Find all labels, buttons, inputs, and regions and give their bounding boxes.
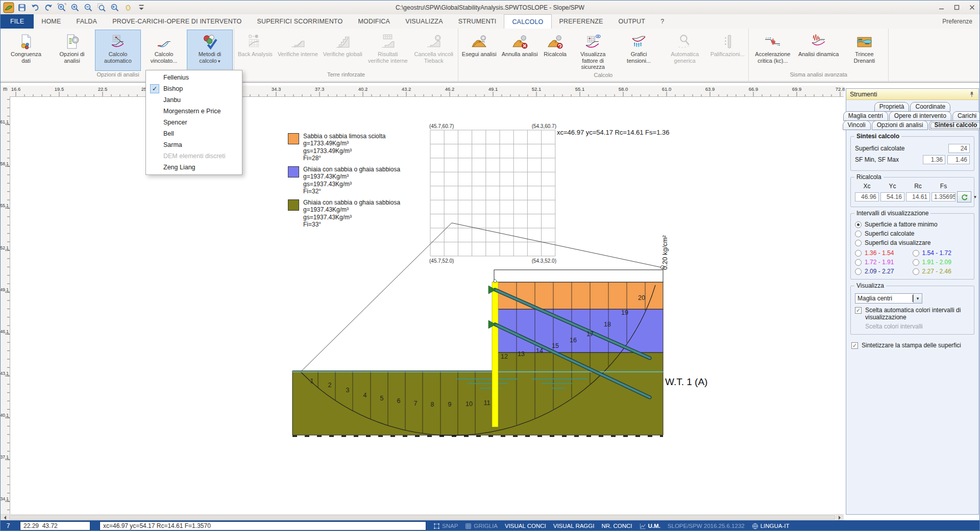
recalculate-dropdown-button[interactable]: ▾: [971, 192, 979, 202]
horizontal-scrollbar[interactable]: [1, 514, 844, 520]
visualizza-combo[interactable]: Maglia centri ▾: [855, 293, 922, 304]
radio-option-superficie-a-fattore-minimo[interactable]: Superficie a fattore minimo: [855, 221, 970, 228]
ribbon-calcolo-vincolato-button[interactable]: Calcolo vincolato...: [141, 30, 187, 71]
range-option-1-36-1-54[interactable]: 1.36 - 1.54: [855, 249, 913, 257]
save-icon[interactable]: [16, 2, 28, 14]
tab-modifica[interactable]: MODIFICA: [350, 14, 398, 29]
menu-item-janbu[interactable]: Janbu: [146, 94, 242, 106]
radio-icon[interactable]: [913, 259, 919, 266]
panel-tab-coordinate[interactable]: Coordinate: [910, 102, 950, 112]
tab-file[interactable]: FILE: [1, 14, 34, 29]
app-logo-icon[interactable]: [3, 2, 15, 14]
status-item-snap[interactable]: SNAP: [433, 523, 458, 529]
sintetizzare-checkbox[interactable]: [851, 342, 858, 349]
preferences-label[interactable]: Preferenze: [942, 14, 972, 29]
menu-item-bishop[interactable]: Bishop: [146, 83, 242, 94]
status-item-slope-spw-2016-25-6-1232[interactable]: SLOPE/SPW 2016.25.6.1232: [668, 523, 745, 529]
ribbon-calcolo-automatico-button[interactable]: Calcolo automatico: [95, 30, 141, 71]
menu-item-morgenstern-e-price[interactable]: Morgenstern e Price: [146, 106, 242, 117]
panel-tab-opzioni-di-analisi[interactable]: Opzioni di analisi: [872, 120, 928, 130]
range-option-1-54-1-72[interactable]: 1.54 - 1.72: [913, 249, 970, 257]
panel-tab-vincoli[interactable]: Vincoli: [843, 120, 871, 130]
auto-colors-checkbox[interactable]: [855, 307, 862, 314]
radio-icon[interactable]: [855, 231, 862, 237]
tab-falda[interactable]: FALDA: [69, 14, 105, 29]
superfici-calcolate-value[interactable]: 24: [948, 144, 970, 153]
menu-item-zeng-liang[interactable]: Zeng Liang: [146, 162, 242, 173]
xc-input[interactable]: 46.96: [855, 192, 879, 201]
rc-input[interactable]: 14.61: [906, 192, 930, 201]
range-option-2-09-2-27[interactable]: 2.09 - 2.27: [855, 268, 913, 275]
recalculate-button[interactable]: [957, 191, 971, 203]
radio-icon[interactable]: [855, 221, 862, 228]
ribbon-annulla-analisi-button[interactable]: Annulla analisi: [499, 30, 541, 71]
radio-icon[interactable]: [913, 268, 919, 275]
tab-prove-carichi-opere-di-intervento[interactable]: PROVE-CARICHI-OPERE DI INTERVENTO: [105, 14, 249, 29]
menu-item-bell[interactable]: Bell: [146, 128, 242, 139]
radio-icon[interactable]: [855, 240, 862, 246]
ribbon-congruenza-dati-button[interactable]: Congruenza dati: [3, 30, 49, 71]
range-option-1-91-2-09[interactable]: 1.91 - 2.09: [913, 259, 970, 266]
radio-icon[interactable]: [855, 268, 862, 275]
zoom-window-icon[interactable]: [95, 2, 108, 14]
redo-icon[interactable]: [42, 2, 55, 14]
radio-icon[interactable]: [855, 250, 862, 257]
tab-[interactable]: ?: [653, 14, 672, 29]
ribbon-metodi-di-calcolo-button[interactable]: Metodi di calcolo ▾: [187, 30, 233, 71]
ribbon-grafici-tensioni-button[interactable]: Grafici tensioni...: [616, 30, 662, 71]
chevron-down-icon[interactable]: ▾: [913, 294, 922, 303]
tab-home[interactable]: HOME: [34, 14, 68, 29]
radio-icon[interactable]: [913, 250, 919, 257]
close-button[interactable]: [964, 2, 979, 14]
ribbon-esegui-analisi-button[interactable]: Esegui analisi: [459, 30, 499, 71]
ribbon-analisi-dinamica-button[interactable]: Analisi dinamica: [796, 30, 841, 71]
ribbon-opzioni-di-analisi-button[interactable]: Opzioni di analisi: [49, 30, 95, 71]
status-item-lingua-it[interactable]: LINGUA-IT: [752, 523, 790, 529]
pan-icon[interactable]: [122, 2, 134, 14]
tab-strumenti[interactable]: STRUMENTI: [451, 14, 504, 29]
yc-input[interactable]: 54.16: [880, 192, 904, 201]
qat-more-icon[interactable]: [135, 2, 148, 14]
radio-option-superfici-da-visualizzare[interactable]: Superfici da visualizzare: [855, 239, 970, 246]
ribbon-trincee-drenanti-button[interactable]: Trincee Drenanti: [841, 30, 887, 71]
maximize-button[interactable]: [949, 2, 964, 14]
tab-output[interactable]: OUTPUT: [611, 14, 653, 29]
radio-option-superfici-calcolate[interactable]: Superfici calcolate: [855, 230, 970, 237]
pin-icon[interactable]: [969, 91, 975, 97]
menu-item-spencer[interactable]: Spencer: [146, 117, 242, 128]
sf-min-value[interactable]: 1.36: [923, 155, 945, 164]
status-item-visual-raggi[interactable]: VISUAL RAGGI: [553, 523, 595, 529]
status-item-u-m[interactable]: U.M.: [640, 523, 660, 529]
scroll-left-icon[interactable]: [1, 515, 9, 520]
tab-preferenze[interactable]: PREFERENZE: [552, 14, 611, 29]
panel-tab-propriet[interactable]: Proprietà: [874, 102, 910, 112]
status-item-griglia[interactable]: GRIGLIA: [465, 523, 498, 529]
tab-visualizza[interactable]: VISUALIZZA: [398, 14, 451, 29]
scrollbar-thumb[interactable]: [9, 515, 835, 520]
zoom-previous-icon[interactable]: [109, 2, 121, 14]
tab-superfici-scorrimento[interactable]: SUPERFICI SCORRIMENTO: [250, 14, 351, 29]
zoom-out-icon[interactable]: [82, 2, 94, 14]
radio-icon[interactable]: [855, 259, 862, 266]
status-item-nr-conci[interactable]: NR. CONCI: [601, 523, 632, 529]
menu-item-fellenius[interactable]: Fellenius: [146, 72, 242, 83]
panel-tab-maglia-centri[interactable]: Maglia centri: [843, 111, 888, 121]
panel-tab-carichi[interactable]: Carichi: [952, 111, 980, 121]
panel-tab-sintesi-calcolo[interactable]: Sintesi calcolo: [929, 120, 980, 130]
undo-icon[interactable]: [29, 2, 41, 14]
ribbon-accelerazione-critica-kc-button[interactable]: Accelerazione critica (kc)...: [750, 30, 796, 71]
menu-item-sarma[interactable]: Sarma: [146, 139, 242, 150]
zoom-in-icon[interactable]: [69, 2, 81, 14]
zoom-extents-icon[interactable]: [56, 2, 68, 14]
tab-calcolo[interactable]: CALCOLO: [504, 14, 551, 29]
fs-input[interactable]: 1.35695: [932, 192, 955, 201]
ribbon-ricalcola-button[interactable]: Ricalcola: [541, 30, 570, 71]
minimize-button[interactable]: [934, 2, 949, 14]
range-option-1-72-1-91[interactable]: 1.72 - 1.91: [855, 259, 913, 266]
ribbon-visualizza-fattore-di-sicurezza-button[interactable]: Visualizza fattore di sicurezza: [570, 30, 616, 71]
panel-tab-opere-di-intervento[interactable]: Opere di intervento: [889, 111, 951, 121]
sf-max-value[interactable]: 1.46: [947, 155, 970, 164]
range-option-2-27-2-46[interactable]: 2.27 - 2.46: [913, 268, 970, 275]
status-item-visual-conci[interactable]: VISUAL CONCI: [505, 523, 546, 529]
scroll-right-icon[interactable]: [836, 515, 844, 520]
